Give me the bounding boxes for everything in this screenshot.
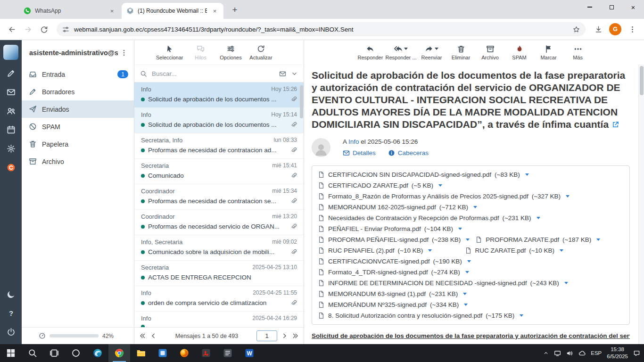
- dropdown-caret-icon[interactable]: [404, 48, 408, 50]
- folder-item[interactable]: Entrada 1: [22, 66, 134, 83]
- attachment-menu-caret[interactable]: [560, 249, 563, 252]
- message-list-item[interactable]: Info, Secretaria mié 09:02 Comunicado so…: [134, 235, 304, 261]
- attachment-menu-caret[interactable]: [473, 206, 477, 208]
- prev-page-button[interactable]: [150, 332, 157, 339]
- taskbar-app[interactable]: [173, 344, 195, 362]
- attachment-name[interactable]: CERTIFICADO ZARATE.pdf: [328, 182, 408, 189]
- message-action-link[interactable]: Cabeceras: [388, 149, 429, 156]
- message-list-item[interactable]: Secretaria, Info lun 08:33 Proformas de …: [134, 133, 304, 159]
- language-indicator[interactable]: ESP: [591, 350, 602, 356]
- taskbar-app[interactable]: [0, 344, 22, 362]
- message-toolbar-button[interactable]: Archivo: [476, 45, 504, 60]
- recipient-link[interactable]: Info: [348, 138, 359, 145]
- attachment-item[interactable]: PROFORMA ZARATE.pdf (~187 KB): [475, 234, 622, 245]
- folder-item[interactable]: Archivo: [22, 153, 134, 170]
- rail-item[interactable]: [0, 101, 22, 120]
- rail-item[interactable]: [0, 285, 22, 304]
- message-toolbar-button[interactable]: Más: [564, 45, 592, 60]
- attachment-menu-caret[interactable]: [467, 260, 471, 263]
- view-scrollbar-thumb[interactable]: [640, 66, 644, 95]
- attachment-name[interactable]: CERTIFICACIONVCATE-signed.pdf: [328, 258, 430, 265]
- attachment-item[interactable]: RUC ZARATE.pdf (~10 KB): [465, 245, 612, 256]
- search-options-chevron-icon[interactable]: [291, 70, 298, 77]
- notification-center-icon[interactable]: [633, 350, 640, 357]
- browser-tab[interactable]: (1) Roundcube Webmail :: Envia ×: [122, 3, 223, 19]
- search-input[interactable]: [152, 70, 274, 77]
- message-toolbar-button[interactable]: Reenviar: [418, 45, 446, 60]
- rail-item[interactable]: [0, 158, 22, 177]
- rail-item[interactable]: [0, 82, 22, 101]
- attachment-item[interactable]: MEMORANDUM 162-2025-signed.pdf (~712 KB): [318, 202, 483, 213]
- attachment-menu-caret[interactable]: [438, 184, 442, 187]
- dropdown-caret-icon[interactable]: [435, 48, 438, 50]
- view-scrollbar[interactable]: [638, 65, 644, 344]
- rail-item[interactable]: [0, 139, 22, 158]
- message-toolbar-button[interactable]: Eliminar: [447, 45, 475, 60]
- attachment-item[interactable]: CERTIFICACION SIN DISCAPACIDAD-signed-si…: [318, 169, 535, 180]
- tab-close-icon[interactable]: ×: [211, 7, 219, 15]
- attachment-item[interactable]: MEMORÁNDUM Nº325-signed.pdf (~334 KB): [318, 299, 473, 310]
- attachment-item[interactable]: CERTIFICACIONVCATE-signed.pdf (~190 KB): [318, 256, 477, 267]
- taskbar-app[interactable]: [108, 344, 130, 362]
- tray-display-icon[interactable]: [554, 350, 561, 357]
- attachment-menu-caret[interactable]: [537, 217, 540, 219]
- message-list-item[interactable]: Secretaria mié 15:41 Comunicado: [134, 159, 304, 184]
- attachment-item[interactable]: PEÑAFIEL - Enviar Proforma.pdf (~104 KB): [318, 223, 468, 234]
- attachment-menu-caret[interactable]: [463, 293, 467, 295]
- attachment-item[interactable]: RUC PENAFIEL (2).pdf (~10 KB): [318, 245, 465, 256]
- search-scope-icon[interactable]: [279, 70, 286, 77]
- reload-button[interactable]: [37, 22, 51, 36]
- attachment-menu-caret[interactable]: [465, 271, 469, 273]
- maximize-button[interactable]: [601, 0, 622, 14]
- close-button[interactable]: ×: [622, 0, 644, 14]
- attachment-name[interactable]: PROFORMA PEÑAFIEL-signed.pdf: [328, 236, 429, 243]
- attachment-menu-caret[interactable]: [428, 249, 432, 252]
- attachment-name[interactable]: PROFORMA ZARATE.pdf: [486, 236, 559, 243]
- external-link-icon[interactable]: [612, 121, 619, 128]
- attachment-name[interactable]: CERTIFICACION SIN DISCAPACIDAD-signed-si…: [328, 171, 491, 178]
- attachment-name[interactable]: RUC PENAFIEL (2).pdf: [328, 247, 395, 254]
- taskbar-app[interactable]: [22, 344, 43, 362]
- attachment-name[interactable]: MEMORANDUM 162-2025-signed.pdf: [328, 204, 436, 211]
- site-info-icon[interactable]: [62, 26, 69, 33]
- attachment-menu-caret[interactable]: [520, 314, 523, 317]
- message-list-item[interactable]: Coordinador mié 13:20 Proformas de neces…: [134, 210, 304, 235]
- last-page-button[interactable]: [292, 332, 299, 339]
- tab-close-icon[interactable]: ×: [108, 7, 116, 15]
- folder-item[interactable]: Enviados: [22, 100, 134, 118]
- tray-chevron-up-icon[interactable]: [543, 350, 549, 356]
- list-toolbar-button[interactable]: Seleccionar: [156, 45, 183, 60]
- next-page-button[interactable]: [281, 332, 288, 339]
- new-tab-button[interactable]: +: [228, 3, 241, 16]
- taskbar-app[interactable]: [152, 344, 173, 362]
- taskbar-app[interactable]: [130, 344, 152, 362]
- attachment-menu-caret[interactable]: [596, 239, 600, 241]
- browser-profile-avatar[interactable]: G: [609, 23, 621, 35]
- message-action-link[interactable]: Detalles: [343, 149, 376, 156]
- url-text[interactable]: webmail.sanjuan.gob.ec/cpsess4713464511/…: [74, 26, 568, 33]
- attachment-name[interactable]: RUC ZARATE.pdf: [475, 247, 526, 254]
- minimize-button[interactable]: [579, 0, 601, 14]
- rail-item[interactable]: ?: [0, 304, 22, 322]
- list-toolbar-button[interactable]: Actualizar: [248, 45, 273, 60]
- attachment-item[interactable]: Necesidades de Contratación y Recepción …: [318, 213, 546, 223]
- attachment-name[interactable]: Necesidades de Contratación y Recepción …: [328, 214, 499, 222]
- taskbar-app[interactable]: [43, 344, 65, 362]
- attachment-item[interactable]: Formato_8_Razón de Proformas y Análisis …: [318, 191, 575, 202]
- tray-cloud-icon[interactable]: [578, 350, 586, 357]
- tray-volume-icon[interactable]: [566, 350, 573, 357]
- downloads-button[interactable]: [591, 22, 605, 36]
- attachment-menu-caret[interactable]: [464, 304, 468, 306]
- taskbar-app[interactable]: [87, 344, 108, 362]
- folder-options-button[interactable]: [118, 47, 130, 59]
- taskbar-app[interactable]: W: [239, 344, 260, 362]
- message-list-item[interactable]: Secretaria 2025-04-25 13:10 ACTAS DE ENT…: [134, 261, 304, 286]
- rail-item[interactable]: [0, 64, 22, 82]
- list-toolbar-button[interactable]: Opciones: [218, 45, 243, 60]
- address-bar[interactable]: webmail.sanjuan.gob.ec/cpsess4713464511/…: [57, 22, 586, 36]
- attachment-menu-caret[interactable]: [525, 173, 529, 176]
- first-page-button[interactable]: [139, 332, 146, 339]
- bookmark-star-icon[interactable]: [573, 26, 580, 33]
- message-list-item[interactable]: Coordinador mié 15:34 Proformas de neces…: [134, 184, 304, 210]
- folder-item[interactable]: SPAM: [22, 118, 134, 135]
